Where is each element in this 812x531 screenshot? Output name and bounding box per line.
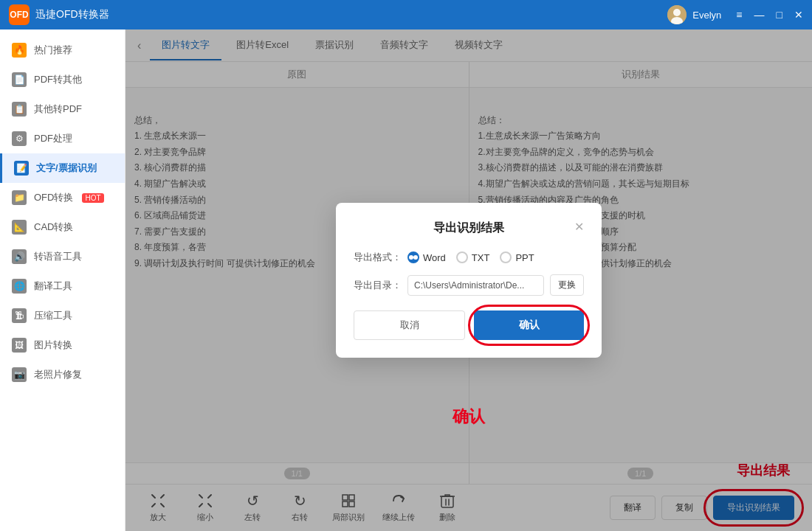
txt-radio[interactable] <box>456 251 468 263</box>
sidebar-item-img[interactable]: 🖼 图片转换 <box>0 330 125 360</box>
ofd-icon: 📁 <box>12 190 27 205</box>
word-radio[interactable] <box>407 251 419 263</box>
sidebar-item-tts[interactable]: 🔊 转语音工具 <box>0 242 125 271</box>
window-controls[interactable]: ≡ — □ ✕ <box>736 9 803 21</box>
dir-input[interactable] <box>407 275 544 296</box>
minimize-btn[interactable]: — <box>754 9 765 21</box>
app-logo: OFD <box>9 4 30 25</box>
pdf-process-icon: ⚙ <box>12 131 27 146</box>
app-title: 迅捷OFD转换器 <box>35 8 667 21</box>
menu-btn[interactable]: ≡ <box>736 9 742 21</box>
format-word[interactable]: Word <box>407 251 446 263</box>
sidebar-item-other-pdf[interactable]: 📋 其他转PDF <box>0 94 125 124</box>
dialog-title: 导出识别结果 <box>430 221 507 236</box>
avatar <box>667 5 687 24</box>
img-icon: 🖼 <box>12 338 27 353</box>
sidebar-item-pdf-process[interactable]: ⚙ PDF处理 <box>0 124 125 153</box>
tts-icon: 🔊 <box>12 249 27 264</box>
export-dialog: 导出识别结果 ✕ 导出格式： Word <box>336 203 602 358</box>
sidebar-item-translate[interactable]: 🌐 翻译工具 <box>0 271 125 301</box>
svg-point-1 <box>673 9 681 16</box>
translate-icon: 🌐 <box>12 279 27 294</box>
confirm-btn[interactable]: 确认 <box>474 310 584 340</box>
titlebar: OFD 迅捷OFD转换器 Evelyn ≡ — □ ✕ <box>0 0 812 30</box>
username: Evelyn <box>692 10 721 21</box>
cad-icon: 📐 <box>12 220 27 235</box>
content-area: ‹ 图片转文字 图片转Excel 票据识别 音频转文字 视频转文字 原图 总结，… <box>125 30 812 531</box>
word-label: Word <box>423 252 446 263</box>
dialog-close-btn[interactable]: ✕ <box>574 220 584 234</box>
photo-icon: 📷 <box>12 367 27 382</box>
sidebar-item-ofd[interactable]: 📁 OFD转换 HOT <box>0 183 125 212</box>
format-radio-group: Word TXT PPT <box>407 251 534 263</box>
format-label: 导出格式： <box>354 251 402 264</box>
dialog-actions: 取消 确认 <box>354 310 584 340</box>
close-btn[interactable]: ✕ <box>794 9 803 21</box>
sidebar-item-text-ocr[interactable]: 📝 文字/票据识别 <box>0 153 125 183</box>
sidebar-item-compress[interactable]: 🗜 压缩工具 <box>0 301 125 330</box>
ppt-label: PPT <box>515 252 534 263</box>
sidebar-item-hot[interactable]: 🔥 热门推荐 <box>0 35 125 65</box>
dir-row: 导出目录： 更换 <box>354 274 584 296</box>
txt-label: TXT <box>472 252 490 263</box>
dialog-overlay: 确认 导出识别结果 ✕ 导出格式： <box>125 30 812 531</box>
format-ppt[interactable]: PPT <box>500 251 534 263</box>
user-info: Evelyn <box>667 5 721 24</box>
pdf-other-icon: 📄 <box>12 72 27 87</box>
format-row: 导出格式： Word TXT <box>354 251 584 264</box>
hot-icon: 🔥 <box>12 43 27 58</box>
text-ocr-icon: 📝 <box>14 161 29 176</box>
compress-icon: 🗜 <box>12 308 27 323</box>
hot-badge: HOT <box>82 193 103 203</box>
sidebar: 🔥 热门推荐 📄 PDF转其他 📋 其他转PDF ⚙ PDF处理 📝 文字/票据… <box>0 30 125 531</box>
maximize-btn[interactable]: □ <box>777 9 782 21</box>
ppt-radio[interactable] <box>500 251 512 263</box>
format-txt[interactable]: TXT <box>456 251 490 263</box>
dir-label: 导出目录： <box>354 279 402 292</box>
sidebar-item-cad[interactable]: 📐 CAD转换 <box>0 212 125 242</box>
other-pdf-icon: 📋 <box>12 102 27 117</box>
cancel-btn[interactable]: 取消 <box>354 310 465 340</box>
dir-change-btn[interactable]: 更换 <box>550 274 584 296</box>
annotation-confirm: 确认 <box>453 406 485 428</box>
main-layout: 🔥 热门推荐 📄 PDF转其他 📋 其他转PDF ⚙ PDF处理 📝 文字/票据… <box>0 30 812 531</box>
sidebar-item-pdf-other[interactable]: 📄 PDF转其他 <box>0 65 125 94</box>
sidebar-item-photo[interactable]: 📷 老照片修复 <box>0 360 125 389</box>
